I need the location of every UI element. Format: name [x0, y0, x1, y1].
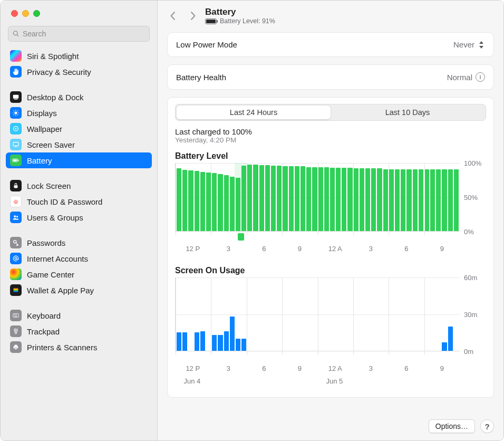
bar — [200, 331, 205, 351]
sidebar-list[interactable]: Siri & Spotlight Privacy & Security Desk… — [1, 46, 157, 365]
sidebar-item-label: Trackpad — [27, 327, 60, 336]
sidebar-item-screen-saver[interactable]: Screen Saver — [6, 137, 152, 152]
battery-health-row: Battery Health Normal i — [167, 64, 494, 90]
sidebar-item-touch-id[interactable]: Touch ID & Password — [6, 194, 152, 209]
bar — [241, 339, 246, 351]
bar — [395, 169, 400, 231]
bar — [253, 165, 258, 231]
popup-arrows-icon — [478, 41, 485, 49]
bar — [383, 169, 388, 231]
screen-on-xaxis: 12 P36912 A369 — [175, 365, 460, 376]
sidebar-item-users-groups[interactable]: Users & Groups — [6, 209, 152, 225]
screen-on-date-axis: Jun 4Jun 5 — [175, 377, 460, 387]
bar — [177, 332, 181, 351]
key-icon — [10, 237, 22, 248]
sidebar-item-printers[interactable]: Printers & Scanners — [6, 339, 152, 355]
bar — [436, 169, 441, 231]
seg-last-10d[interactable]: Last 10 Days — [331, 106, 484, 119]
sidebar-item-privacy-security[interactable]: Privacy & Security — [6, 64, 152, 80]
low-power-mode-popup[interactable]: Never — [453, 40, 485, 49]
bar — [371, 168, 376, 231]
bar — [212, 335, 217, 351]
bar — [330, 168, 335, 231]
wallet-icon — [10, 284, 22, 296]
displays-icon — [10, 107, 22, 119]
bar — [336, 168, 341, 231]
sidebar-item-label: Desktop & Dock — [27, 93, 84, 102]
help-button[interactable]: ? — [480, 419, 494, 433]
svg-point-32 — [15, 332, 17, 334]
nav-back-button[interactable] — [168, 11, 178, 21]
bar — [182, 332, 187, 351]
sidebar-item-battery[interactable]: Battery — [6, 152, 152, 168]
ytick: 100% — [464, 159, 481, 167]
sidebar-item-desktop-dock[interactable]: Desktop & Dock — [6, 89, 152, 105]
seg-last-24h[interactable]: Last 24 Hours — [177, 106, 331, 119]
search-input[interactable] — [23, 30, 145, 38]
bar — [406, 169, 411, 231]
main-pane: Battery Battery Level: 91% Low Power Mod… — [158, 1, 503, 440]
options-button[interactable]: Options… — [429, 419, 475, 433]
sidebar-item-label: Printers & Scanners — [27, 343, 97, 352]
svg-rect-30 — [16, 314, 17, 315]
sidebar-item-wallet[interactable]: Wallet & Apple Pay — [6, 282, 152, 298]
svg-rect-28 — [14, 314, 15, 315]
bar — [195, 332, 199, 351]
time-range-segmented[interactable]: Last 24 Hours Last 10 Days — [175, 104, 486, 121]
bar — [277, 166, 282, 231]
zoom-window-button[interactable] — [33, 10, 40, 17]
svg-rect-34 — [14, 345, 17, 347]
sidebar-item-label: Battery — [27, 156, 52, 165]
bar — [224, 175, 229, 231]
sidebar-item-internet-accounts[interactable]: Internet Accounts — [6, 251, 152, 266]
sidebar-item-lock-screen[interactable]: Lock Screen — [6, 178, 152, 194]
lock-icon — [10, 180, 22, 191]
search-field[interactable] — [8, 26, 150, 42]
sidebar-item-displays[interactable]: Displays — [6, 105, 152, 121]
svg-point-12 — [15, 128, 17, 130]
sidebar-item-label: Wallpaper — [27, 124, 62, 133]
bar — [448, 169, 453, 231]
battery-level-text: Battery Level: 91% — [220, 17, 275, 25]
sidebar-item-game-center[interactable]: Game Center — [6, 266, 152, 282]
sidebar-item-trackpad[interactable]: Trackpad — [6, 323, 152, 339]
sidebar-item-label: Screen Saver — [27, 140, 75, 149]
info-icon[interactable]: i — [476, 72, 485, 82]
svg-rect-1 — [14, 99, 18, 100]
bar — [413, 169, 418, 231]
siri-icon — [10, 50, 22, 62]
trackpad-icon — [10, 325, 22, 337]
ytick: 0m — [464, 348, 473, 356]
svg-rect-26 — [14, 291, 18, 292]
battery-charts-card: Last 24 Hours Last 10 Days Last charged … — [167, 97, 494, 398]
svg-rect-27 — [13, 314, 19, 318]
bar — [442, 169, 447, 231]
minimize-window-button[interactable] — [22, 10, 29, 17]
bar — [212, 173, 217, 231]
battery-level-xaxis: 12 P36912 A369 — [175, 245, 460, 256]
charging-marker-icon — [238, 233, 244, 241]
sidebar-item-wallpaper[interactable]: Wallpaper — [6, 121, 152, 137]
bar — [271, 166, 276, 231]
bar — [324, 167, 329, 231]
wallpaper-icon — [10, 123, 22, 135]
close-window-button[interactable] — [11, 10, 18, 17]
screen-on-chart-title: Screen On Usage — [175, 266, 486, 275]
bar — [177, 168, 181, 231]
fingerprint-icon — [10, 196, 22, 207]
page-title: Battery — [205, 7, 275, 17]
sidebar-item-label: Privacy & Security — [27, 68, 91, 76]
sidebar-item-keyboard[interactable]: Keyboard — [6, 308, 152, 323]
svg-point-19 — [14, 215, 16, 217]
sidebar-item-label: Keyboard — [27, 311, 61, 320]
svg-rect-25 — [14, 290, 18, 291]
svg-rect-23 — [14, 289, 18, 290]
hand-icon — [10, 66, 22, 78]
svg-rect-29 — [15, 314, 16, 315]
sidebar-item-passwords[interactable]: Passwords — [6, 235, 152, 251]
battery-health-value: Normal — [447, 73, 472, 82]
sidebar-item-siri-spotlight[interactable]: Siri & Spotlight — [6, 48, 152, 64]
svg-rect-13 — [13, 142, 18, 146]
last-charge-subtitle: Yesterday, 4:20 PM — [175, 136, 486, 144]
nav-forward-button[interactable] — [188, 11, 198, 21]
